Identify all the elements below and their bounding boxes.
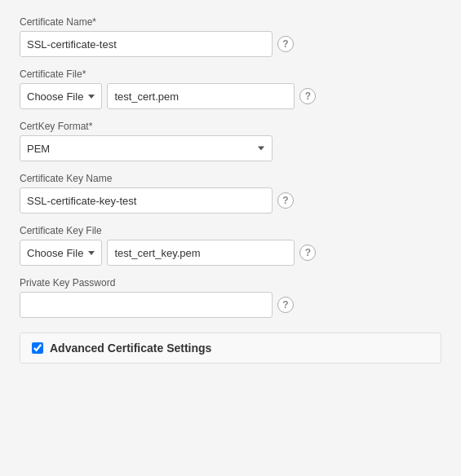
certificate-name-input[interactable]: SSL-certificate-test	[20, 31, 273, 57]
certkey-format-group: CertKey Format* PEM DER	[20, 121, 441, 161]
private-key-password-help-icon[interactable]: ?	[277, 297, 294, 313]
private-key-password-label: Private Key Password	[20, 277, 441, 289]
certificate-name-row: SSL-certificate-test ?	[20, 31, 441, 57]
advanced-certificate-settings-section: Advanced Certificate Settings	[20, 333, 441, 364]
certkey-format-select[interactable]: PEM DER	[20, 135, 273, 161]
certificate-file-name-input[interactable]: test_cert.pem	[107, 83, 295, 109]
certificate-name-help-icon[interactable]: ?	[277, 36, 294, 52]
private-key-password-group: Private Key Password ?	[20, 277, 441, 318]
cert-key-file-help-icon[interactable]: ?	[299, 245, 316, 261]
certificate-file-chevron-icon	[88, 95, 95, 99]
cert-key-file-label: Certificate Key File	[20, 225, 441, 236]
cert-key-file-group: Certificate Key File Choose File test_ce…	[20, 225, 441, 266]
certificate-file-chooser[interactable]: Choose File	[20, 83, 102, 109]
advanced-certificate-settings-label: Advanced Certificate Settings	[50, 342, 211, 355]
certificate-file-help-icon[interactable]: ?	[299, 88, 316, 104]
certificate-file-label: Certificate File*	[20, 68, 441, 80]
certkey-format-select-wrapper: PEM DER	[20, 135, 273, 161]
cert-key-name-row: SSL-certificate-key-test ?	[20, 187, 441, 214]
cert-key-file-chooser[interactable]: Choose File	[20, 240, 102, 266]
cert-key-file-choose-label: Choose File	[27, 247, 83, 259]
advanced-certificate-settings-checkbox[interactable]	[32, 342, 43, 354]
certificate-file-group: Certificate File* Choose File test_cert.…	[20, 68, 441, 109]
cert-key-file-chevron-icon	[88, 251, 95, 255]
certificate-name-label: Certificate Name*	[20, 16, 441, 28]
cert-key-name-group: Certificate Key Name SSL-certificate-key…	[20, 173, 441, 214]
cert-key-name-input[interactable]: SSL-certificate-key-test	[20, 187, 273, 214]
cert-key-file-name-input[interactable]: test_cert_key.pem	[107, 240, 295, 266]
certkey-format-row: PEM DER	[20, 135, 441, 161]
cert-key-file-row: Choose File test_cert_key.pem ?	[20, 240, 441, 266]
certificate-file-row: Choose File test_cert.pem ?	[20, 83, 441, 109]
cert-key-name-help-icon[interactable]: ?	[277, 192, 294, 209]
certificate-file-choose-label: Choose File	[27, 90, 83, 103]
certificate-name-group: Certificate Name* SSL-certificate-test ?	[20, 16, 441, 57]
cert-key-name-label: Certificate Key Name	[20, 173, 441, 184]
certkey-format-label: CertKey Format*	[20, 121, 441, 132]
private-key-password-row: ?	[20, 292, 441, 318]
private-key-password-input[interactable]	[20, 292, 273, 318]
